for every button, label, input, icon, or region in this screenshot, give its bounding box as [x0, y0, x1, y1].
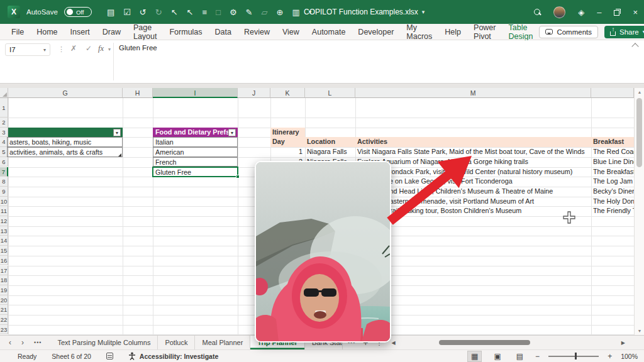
- hscroll-right-icon[interactable]: ▶: [621, 340, 625, 346]
- formula-bar-collapse-icon[interactable]: [631, 43, 638, 50]
- insert-function-icon[interactable]: fx: [98, 44, 104, 53]
- view-normal-icon[interactable]: ▦: [467, 351, 482, 362]
- ribbon-tab-page-layout[interactable]: Page Layout: [127, 24, 164, 40]
- column-header-G[interactable]: G: [8, 88, 123, 98]
- cell-breakfast-7[interactable]: The Breakfast: [591, 167, 634, 177]
- cell-breakfast-6[interactable]: Blue Line Dine: [591, 157, 634, 167]
- zoom-in-button[interactable]: +: [608, 352, 612, 361]
- cell-G5[interactable]: activities, animals, arts & crafts: [7, 147, 123, 157]
- sheet-list-dots-icon[interactable]: •••: [34, 339, 42, 346]
- hscroll-track[interactable]: [401, 339, 616, 346]
- account-avatar[interactable]: [553, 6, 565, 18]
- cell-I4[interactable]: Italian: [153, 137, 238, 147]
- filter-dropdown-icon[interactable]: ▼: [228, 129, 236, 136]
- shape-icon[interactable]: □: [216, 8, 221, 16]
- name-box-drag-handle[interactable]: ⋮: [58, 45, 65, 53]
- zoom-out-button[interactable]: −: [535, 352, 540, 361]
- window-title[interactable]: COPILOT Function Examples.xlsx ▾: [304, 0, 425, 24]
- row-header-8[interactable]: 8: [0, 177, 8, 187]
- row-header-6[interactable]: 6: [0, 157, 8, 167]
- share-button[interactable]: Share ▾: [604, 26, 644, 38]
- hscroll-thumb[interactable]: [439, 340, 530, 345]
- form-checkbox-icon[interactable]: ☑: [123, 8, 131, 16]
- horizontal-scrollbar[interactable]: ◀ ▶: [392, 339, 625, 346]
- row-header-14[interactable]: 14: [0, 236, 8, 246]
- column-header-J[interactable]: J: [238, 88, 270, 98]
- cell-I5[interactable]: American: [153, 147, 238, 157]
- cell-breakfast-9[interactable]: Becky's Diner: [591, 187, 634, 197]
- row-header-7[interactable]: 7: [0, 167, 8, 177]
- row-header-1[interactable]: 1: [0, 98, 8, 118]
- row-header-23[interactable]: 23: [0, 325, 8, 335]
- autosave-toggle[interactable]: Off: [64, 7, 92, 17]
- header-day[interactable]: Day: [270, 137, 305, 147]
- select-all-corner[interactable]: [0, 88, 8, 98]
- photo-overlay[interactable]: [255, 161, 391, 343]
- row-header-22[interactable]: 22: [0, 315, 8, 325]
- sheet-nav-forward-icon[interactable]: ›: [21, 338, 24, 347]
- ribbon-tab-help[interactable]: Help: [438, 24, 467, 40]
- header-location[interactable]: Location: [305, 137, 355, 147]
- select-pointer-icon[interactable]: ↖: [187, 8, 194, 16]
- vscroll-up-icon[interactable]: ▲: [635, 90, 644, 94]
- ribbon-tab-review[interactable]: Review: [238, 24, 276, 40]
- ribbon-tab-my-macros[interactable]: My Macros: [400, 24, 438, 40]
- row-header-16[interactable]: 16: [0, 256, 8, 266]
- notes-icon[interactable]: ▥: [292, 8, 299, 16]
- row-header-12[interactable]: 12: [0, 216, 8, 226]
- ribbon-tab-data[interactable]: Data: [209, 24, 238, 40]
- fill-handle[interactable]: [236, 175, 240, 178]
- row-header-10[interactable]: 10: [0, 197, 8, 207]
- row-header-17[interactable]: 17: [0, 266, 8, 276]
- macro-record-icon[interactable]: [106, 353, 113, 359]
- column-header-n[interactable]: [591, 88, 634, 98]
- vertical-scrollbar[interactable]: ▲▼: [634, 88, 644, 335]
- cell-breakfast-5[interactable]: The Red Coac: [591, 147, 634, 157]
- sheet-tab-potluck[interactable]: Potluck: [158, 336, 195, 349]
- minimize-button[interactable]: –: [597, 8, 601, 17]
- cell-location-5[interactable]: Niagara Falls: [305, 147, 355, 157]
- row-header-9[interactable]: 9: [0, 187, 8, 197]
- zoom-slider-handle[interactable]: [575, 353, 577, 359]
- list-outline-icon[interactable]: ≡: [202, 8, 207, 16]
- ribbon-tab-insert[interactable]: Insert: [64, 24, 96, 40]
- view-page-break-icon[interactable]: ▤: [513, 351, 526, 361]
- close-button[interactable]: ×: [633, 8, 638, 17]
- cell-itinerary-title[interactable]: Itinerary: [270, 128, 305, 138]
- comments-button[interactable]: Comments: [539, 26, 598, 38]
- column-header-M[interactable]: M: [355, 88, 591, 98]
- zoom-level[interactable]: 100%: [621, 353, 638, 360]
- filter-dropdown-icon[interactable]: ▼: [113, 129, 121, 136]
- ribbon-tab-home[interactable]: Home: [30, 24, 64, 40]
- redo-icon[interactable]: ↻: [155, 8, 162, 16]
- save-icon[interactable]: ▤: [107, 8, 114, 16]
- ribbon-tab-table-design[interactable]: Table Design: [502, 24, 539, 40]
- row-header-2[interactable]: 2: [0, 118, 8, 128]
- ribbon-tab-view[interactable]: View: [276, 24, 306, 40]
- column-header-I[interactable]: I: [153, 88, 238, 98]
- ribbon-tab-draw[interactable]: Draw: [96, 24, 127, 40]
- premium-diamond-icon[interactable]: ◈: [578, 8, 584, 17]
- table-header-food-prefs[interactable]: Food and Dietary Prefs▼: [153, 128, 238, 138]
- formula-content[interactable]: Gluten Free: [119, 44, 157, 52]
- cell-G4[interactable]: asters, boats, hiking, music: [7, 137, 123, 147]
- excel-logo-icon[interactable]: X: [8, 6, 20, 18]
- name-box[interactable]: I7 ▾: [5, 43, 50, 56]
- row-header-20[interactable]: 20: [0, 295, 8, 305]
- cancel-icon[interactable]: ✗: [70, 44, 77, 53]
- view-page-layout-icon[interactable]: ▣: [491, 351, 504, 361]
- vscroll-down-icon[interactable]: ▼: [635, 329, 644, 333]
- sheet-nav-back-icon[interactable]: ‹: [9, 338, 11, 347]
- enter-icon[interactable]: ✓: [86, 44, 92, 53]
- ribbon-tab-developer[interactable]: Developer: [352, 24, 400, 40]
- cell-breakfast-10[interactable]: The Holy Don: [591, 197, 634, 207]
- undo-icon[interactable]: ↺: [140, 8, 147, 16]
- move-icon[interactable]: ⊕: [276, 8, 283, 16]
- column-header-K[interactable]: K: [270, 88, 305, 98]
- sheet-count-status[interactable]: Sheet 6 of 20: [52, 353, 91, 360]
- sheet-tab-text-parsing-mulitple-columns[interactable]: Text Parsing Mulitple Columns: [50, 336, 158, 349]
- search-icon[interactable]: [534, 9, 541, 16]
- ribbon-tab-power-pivot[interactable]: Power Pivot: [467, 24, 502, 40]
- pointer-icon[interactable]: ↖: [171, 8, 178, 16]
- vscroll-thumb[interactable]: [636, 98, 642, 167]
